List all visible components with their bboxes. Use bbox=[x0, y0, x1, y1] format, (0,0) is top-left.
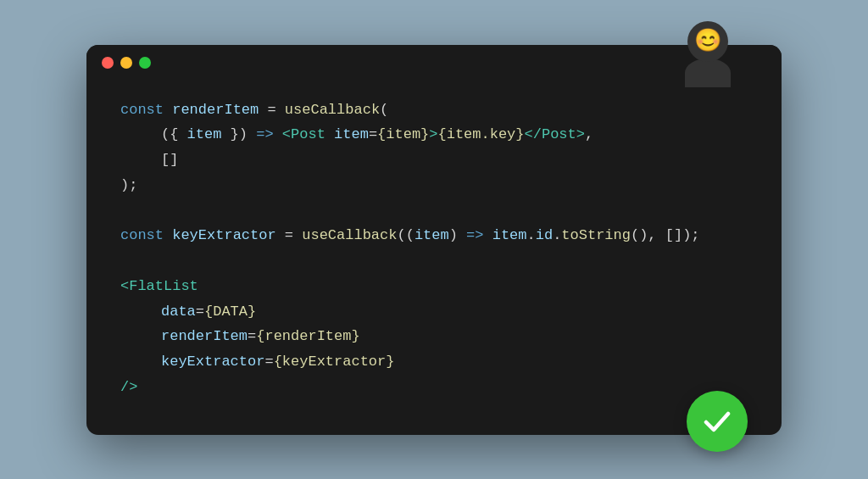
tag-flatlist: <FlatList bbox=[120, 278, 198, 294]
fn-usecallback-2: useCallback bbox=[302, 227, 397, 243]
avatar-face: 😊 bbox=[694, 31, 721, 53]
param-item: item bbox=[187, 126, 222, 142]
fn-tostring: toString bbox=[561, 227, 631, 243]
arrow-2: => bbox=[466, 227, 492, 243]
val-render-item: {renderItem} bbox=[256, 328, 359, 344]
attr-render-item: renderItem bbox=[161, 328, 248, 344]
keyword-const: const bbox=[120, 102, 172, 118]
checkmark-icon bbox=[701, 405, 733, 437]
code-area: const renderItem = useCallback( ({ item … bbox=[86, 81, 782, 426]
minimize-button[interactable] bbox=[120, 57, 132, 69]
code-line-4: ); bbox=[120, 173, 748, 198]
tag-post-open: <Post bbox=[282, 126, 334, 142]
code-line-7 bbox=[120, 248, 748, 274]
keyword-const-2: const bbox=[120, 227, 172, 243]
avatar-body bbox=[685, 58, 731, 87]
code-line-11: keyExtractor={keyExtractor} bbox=[120, 349, 748, 375]
code-line-6: const keyExtractor = useCallback((item) … bbox=[120, 223, 748, 248]
arrow: => bbox=[256, 126, 282, 142]
check-badge bbox=[687, 391, 748, 452]
code-line-3: [] bbox=[120, 148, 748, 173]
attr-item: item bbox=[334, 126, 369, 142]
code-line-8: <FlatList bbox=[120, 274, 748, 299]
code-line-10: renderItem={renderItem} bbox=[120, 324, 748, 349]
empty-array: [] bbox=[161, 152, 178, 168]
tag-post-close1: > bbox=[429, 126, 437, 142]
val-item-key: {item.key} bbox=[438, 126, 525, 142]
tag-post-close2: </Post> bbox=[525, 126, 585, 142]
tag-self-close: /> bbox=[120, 379, 137, 395]
code-line-1: const renderItem = useCallback( bbox=[120, 97, 748, 123]
avatar-head: 😊 bbox=[687, 21, 728, 62]
code-line-12: /> bbox=[120, 375, 748, 400]
code-line-9: data={DATA} bbox=[120, 299, 748, 325]
code-line-2: ({ item }) => <Post item={item}>{item.ke… bbox=[120, 122, 748, 148]
val-item: {item} bbox=[377, 126, 429, 142]
title-bar bbox=[86, 45, 782, 81]
code-window: const renderItem = useCallback( ({ item … bbox=[86, 45, 782, 435]
close-button[interactable] bbox=[102, 57, 114, 69]
fn-usecallback: useCallback bbox=[285, 102, 380, 118]
code-line-5 bbox=[120, 198, 748, 224]
outer-wrapper: 😊 const renderItem = useCallback( ({ ite… bbox=[86, 45, 782, 435]
attr-key-extractor: keyExtractor bbox=[161, 354, 264, 370]
val-key-extractor: {keyExtractor} bbox=[274, 354, 395, 370]
param-item-2: item bbox=[415, 227, 449, 243]
var-render-item: renderItem bbox=[172, 102, 259, 118]
var-key-extractor: keyExtractor bbox=[172, 227, 275, 243]
item-id: item bbox=[492, 227, 527, 243]
item-id-prop: id bbox=[536, 227, 553, 243]
avatar-wrapper: 😊 bbox=[685, 21, 731, 87]
attr-data: data bbox=[161, 304, 196, 320]
val-data: {DATA} bbox=[204, 304, 256, 320]
fullscreen-button[interactable] bbox=[139, 57, 151, 69]
